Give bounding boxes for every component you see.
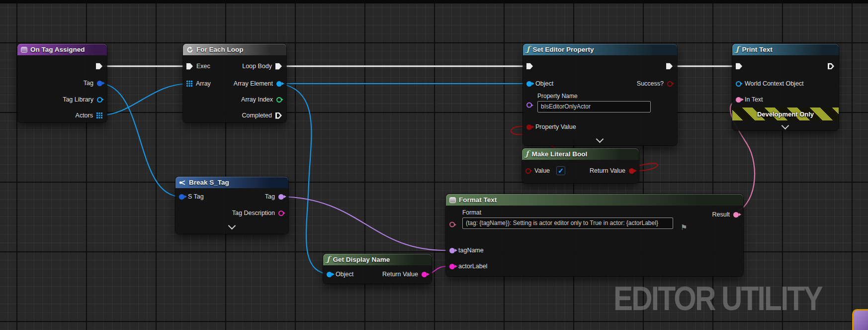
node-title: On Tag Assigned <box>30 46 85 53</box>
format-field[interactable]: (tag: {tagName}): Setting is actor edito… <box>462 218 673 229</box>
node-for-each-loop[interactable]: For Each Loop Exec Array Loop Body Array… <box>183 44 286 122</box>
property-name-pin[interactable] <box>526 103 532 108</box>
return-value-pin[interactable] <box>422 272 427 277</box>
node-header[interactable]: On Tag Assigned <box>17 44 107 55</box>
chevron-down-icon[interactable] <box>596 135 604 143</box>
loop-body-pin[interactable] <box>275 63 282 70</box>
object-pin[interactable] <box>526 81 532 87</box>
function-icon: ƒ <box>525 150 528 158</box>
return-value-pin[interactable] <box>629 168 634 174</box>
format-text-icon <box>449 197 456 203</box>
exec-in-pin[interactable] <box>736 63 742 70</box>
node-title: Break S_Tag <box>189 179 229 186</box>
node-header[interactable]: Break S_Tag <box>175 177 288 188</box>
node-header[interactable]: ƒ Print Text <box>732 44 839 55</box>
node-title: Set Editor Property <box>532 46 594 53</box>
format-block: Format (tag: {tagName}): Setting is acto… <box>462 209 673 229</box>
node-header[interactable]: ƒ Set Editor Property <box>523 44 677 55</box>
property-name-field[interactable]: bIsEditorOnlyActor <box>537 101 651 112</box>
break-struct-icon <box>179 180 186 186</box>
node-print-text[interactable]: ƒ Print Text World Context Object In Tex… <box>732 44 839 130</box>
node-on-tag-assigned[interactable]: On Tag Assigned Tag Tag Library Actors <box>17 44 107 122</box>
tag-out-pin[interactable] <box>278 194 284 200</box>
canvas-top-edge <box>0 0 868 3</box>
exec-out-pin[interactable] <box>96 63 102 70</box>
node-get-display-name[interactable]: ƒ Get Display Name Object Return Value <box>323 254 432 284</box>
event-icon <box>21 47 27 53</box>
node-title: Print Text <box>742 46 772 53</box>
chevron-down-icon[interactable] <box>228 222 236 230</box>
loop-icon <box>186 46 193 53</box>
node-header[interactable]: ƒ Make Literal Bool <box>522 148 639 160</box>
node-set-editor-property[interactable]: ƒ Set Editor Property Object Success? Pr… <box>523 44 677 145</box>
format-pin[interactable] <box>449 222 455 227</box>
world-context-object-pin[interactable] <box>736 81 741 87</box>
exec-out-pin[interactable] <box>666 63 673 70</box>
tag-out-pin[interactable] <box>97 81 102 86</box>
node-title: For Each Loop <box>196 46 244 53</box>
node-break-s-tag[interactable]: Break S_Tag S Tag Tag Tag Description <box>175 177 288 234</box>
completed-pin[interactable] <box>275 112 282 119</box>
function-icon: ƒ <box>736 46 739 53</box>
graph-corner-bubble <box>852 309 868 330</box>
localization-flag-icon[interactable]: ⚑ <box>681 223 687 232</box>
property-value-pin[interactable] <box>526 124 532 130</box>
s-tag-pin[interactable] <box>179 194 184 200</box>
object-pin[interactable] <box>327 272 332 277</box>
node-title: Make Literal Bool <box>531 150 587 158</box>
node-header[interactable]: ƒ Get Display Name <box>323 254 432 265</box>
value-pin[interactable] <box>525 168 531 174</box>
actorlabel-pin[interactable] <box>449 264 455 269</box>
node-header[interactable]: For Each Loop <box>183 44 286 55</box>
tag-description-pin[interactable] <box>278 211 284 216</box>
exec-in-pin[interactable] <box>526 63 533 70</box>
result-pin[interactable] <box>733 212 739 218</box>
node-format-text[interactable]: Format Text Format (tag: {tagName}): Set… <box>446 194 743 276</box>
in-text-pin[interactable] <box>736 97 741 103</box>
development-only-banner: Development Only <box>732 108 839 120</box>
chevron-down-icon[interactable] <box>781 122 789 130</box>
exec-in-pin[interactable] <box>186 63 193 70</box>
function-icon: ƒ <box>327 256 330 263</box>
array-element-pin[interactable] <box>276 81 282 87</box>
node-title: Get Display Name <box>333 256 390 263</box>
tag-library-out-pin[interactable] <box>97 97 102 103</box>
blueprint-graph-canvas[interactable]: EDITOR UTILITY On Tag Assigned Tag Tag L… <box>0 0 868 330</box>
array-pin-icon[interactable] <box>186 81 192 87</box>
node-header[interactable]: Format Text <box>446 194 743 206</box>
node-title: Format Text <box>459 196 497 204</box>
array-index-pin[interactable] <box>276 97 282 103</box>
success-pin[interactable] <box>667 81 673 87</box>
array-pin-icon[interactable] <box>96 112 102 118</box>
check-icon: ✓ <box>558 167 564 174</box>
node-make-literal-bool[interactable]: ƒ Make Literal Bool Value ✓ Return Value <box>522 148 639 183</box>
function-icon: ƒ <box>526 46 529 53</box>
exec-out-pin[interactable] <box>828 63 834 70</box>
value-checkbox[interactable]: ✓ <box>556 166 565 175</box>
tagname-pin[interactable] <box>449 248 455 253</box>
property-name-block: Property Name bIsEditorOnlyActor <box>537 93 651 112</box>
